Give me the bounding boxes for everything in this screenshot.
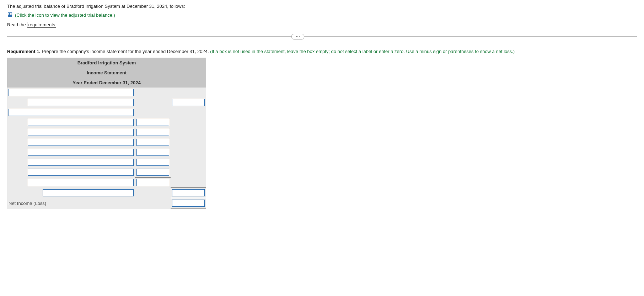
- expense-row-6-select[interactable]: [28, 169, 134, 176]
- expense-row-4-amount[interactable]: [136, 149, 169, 156]
- expand-pill[interactable]: [291, 34, 304, 39]
- requirement-1-text: Requirement 1. Prepare the company's inc…: [7, 49, 637, 54]
- grid-icon[interactable]: [7, 12, 13, 18]
- income-statement-table: Bradford Irrigation System Income Statem…: [7, 58, 206, 209]
- revenue-header-select[interactable]: [9, 89, 134, 96]
- requirements-link[interactable]: requirements: [27, 22, 56, 28]
- revenue-amount-input[interactable]: [172, 99, 205, 106]
- expense-row-1-amount[interactable]: [136, 119, 169, 126]
- view-trial-balance-link[interactable]: (Click the icon to view the adjusted tri…: [15, 12, 115, 18]
- expense-row-1-select[interactable]: [28, 119, 134, 126]
- net-income-amount[interactable]: [172, 200, 205, 207]
- net-income-label: Net Income (Loss): [7, 198, 135, 208]
- expense-row-3-amount[interactable]: [136, 139, 169, 146]
- expense-row-6-amount[interactable]: [136, 169, 169, 176]
- expense-row-5-amount[interactable]: [136, 159, 169, 166]
- read-suffix: .: [56, 22, 58, 27]
- statement-title-name: Income Statement: [7, 68, 206, 78]
- intro-text: The adjusted trial balance of Bradford I…: [7, 4, 637, 9]
- expense-row-5-select[interactable]: [28, 159, 134, 166]
- expense-row-2-amount[interactable]: [136, 129, 169, 136]
- total-expenses-amount[interactable]: [172, 189, 205, 196]
- requirement-body: Prepare the company's income statement f…: [41, 49, 210, 54]
- requirement-hint: (If a box is not used in the statement, …: [210, 49, 515, 54]
- requirement-label: Requirement 1.: [7, 49, 41, 54]
- expense-row-3-select[interactable]: [28, 139, 134, 146]
- revenue-item-select[interactable]: [28, 99, 134, 106]
- expense-row-7-amount[interactable]: [136, 179, 169, 186]
- expenses-header-select[interactable]: [9, 109, 134, 116]
- read-requirements-line: Read the requirements.: [7, 22, 637, 27]
- total-expenses-select[interactable]: [43, 189, 134, 196]
- statement-title-period: Year Ended December 31, 2024: [7, 78, 206, 88]
- section-divider: [7, 36, 637, 37]
- statement-title-company: Bradford Irrigation System: [7, 58, 206, 68]
- read-prefix: Read the: [7, 22, 27, 27]
- expense-row-7-select[interactable]: [28, 179, 134, 186]
- expense-row-4-select[interactable]: [28, 149, 134, 156]
- expense-row-2-select[interactable]: [28, 129, 134, 136]
